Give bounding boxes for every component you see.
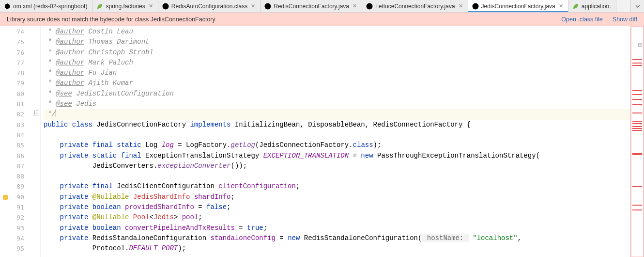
- error-mark[interactable]: [632, 90, 642, 91]
- code-line[interactable]: private RedisStandaloneConfiguration sta…: [44, 233, 630, 243]
- code-line[interactable]: * @author Christoph Strobl: [44, 48, 630, 58]
- code-line[interactable]: [44, 130, 630, 140]
- line-number[interactable]: 80: [0, 89, 34, 99]
- error-mark[interactable]: [632, 130, 642, 131]
- line-number[interactable]: 83: [0, 120, 34, 130]
- tab-label: application.: [582, 3, 611, 10]
- error-mark[interactable]: [632, 123, 642, 124]
- tab-jedisconnectionfactory-java[interactable]: JedisConnectionFactory.java✕: [468, 0, 568, 12]
- error-mark[interactable]: [632, 112, 642, 113]
- code-line[interactable]: Protocol.DEFAULT_PORT);: [44, 243, 630, 254]
- code-line[interactable]: * @see JedisClientConfiguration: [44, 89, 630, 99]
- tab-label: RedisAutoConfiguration.class: [171, 3, 247, 10]
- tab-application-[interactable]: application.: [568, 0, 616, 12]
- tabs-overflow[interactable]: [630, 0, 644, 12]
- code-line[interactable]: private static final ExceptionTranslatio…: [44, 151, 630, 161]
- line-number[interactable]: 90: [0, 192, 34, 202]
- line-number[interactable]: 79: [0, 78, 34, 88]
- error-mark[interactable]: [632, 186, 642, 187]
- tab-label: spring.factories: [106, 3, 145, 10]
- error-mark[interactable]: [632, 99, 642, 100]
- code-line[interactable]: private @Nullable Pool<Jedis> pool;: [44, 212, 630, 223]
- code-line[interactable]: JedisConverters.exceptionConverter());: [44, 161, 630, 171]
- line-number[interactable]: 93: [0, 223, 34, 233]
- gutter-warning-icon[interactable]: [3, 195, 8, 200]
- error-stripe[interactable]: [630, 26, 644, 257]
- code-line[interactable]: * @author Mark Paluch: [44, 58, 630, 68]
- tab-redisautoconfiguration-class[interactable]: RedisAutoConfiguration.class✕: [158, 0, 261, 12]
- code-line[interactable]: private final static Log log = LogFactor…: [44, 140, 630, 150]
- open-class-link[interactable]: Open .class file: [561, 16, 602, 23]
- close-tab-icon[interactable]: ✕: [149, 3, 153, 9]
- tab-label: LettuceConnectionFactory.java: [375, 3, 455, 10]
- line-number[interactable]: 85: [0, 140, 34, 150]
- code-line[interactable]: private boolean convertPipelineAndTxResu…: [44, 223, 630, 233]
- line-number[interactable]: 84: [0, 130, 34, 140]
- code-line[interactable]: */: [44, 109, 630, 119]
- error-mark[interactable]: [632, 59, 642, 60]
- error-mark[interactable]: [632, 104, 642, 105]
- line-number[interactable]: 88: [0, 171, 34, 181]
- error-mark[interactable]: [632, 65, 642, 66]
- line-number[interactable]: 82: [0, 109, 34, 119]
- class-icon: [162, 3, 169, 10]
- error-mark[interactable]: [632, 154, 642, 155]
- close-tab-icon[interactable]: ✕: [459, 3, 463, 9]
- error-mark[interactable]: [632, 205, 642, 206]
- interface-icon: [264, 3, 271, 10]
- line-number[interactable]: 95: [0, 243, 34, 254]
- overview-mark[interactable]: [638, 43, 642, 47]
- close-tab-icon[interactable]: ✕: [353, 3, 357, 9]
- tab-om-xml-redis-02-springboot-[interactable]: om.xml (redis-02-springboot): [0, 0, 92, 12]
- code-line[interactable]: * @see Jedis: [44, 99, 630, 109]
- code-line[interactable]: public class JedisConnectionFactory impl…: [44, 120, 630, 130]
- line-number[interactable]: 78: [0, 68, 34, 78]
- line-number[interactable]: 75: [0, 37, 34, 47]
- editor-tabs: om.xml (redis-02-springboot)spring.facto…: [0, 0, 644, 13]
- warning-banner: Library source does not match the byteco…: [0, 13, 644, 26]
- code-line[interactable]: * @author Fu Jian: [44, 68, 630, 78]
- error-mark[interactable]: [632, 121, 642, 122]
- line-number[interactable]: 76: [0, 48, 34, 58]
- tab-label: JedisConnectionFactory.java: [481, 3, 555, 10]
- code-editor[interactable]: * @author Costin Leau * @author Thomas D…: [34, 26, 630, 257]
- tab-redisconnectionfactory-java[interactable]: RedisConnectionFactory.java✕: [261, 0, 362, 12]
- close-tab-icon[interactable]: ✕: [251, 3, 255, 9]
- line-gutter: 7475767778798081828384858687888990919293…: [0, 26, 34, 257]
- tab-label: RedisConnectionFactory.java: [274, 3, 349, 10]
- line-number[interactable]: 86: [0, 151, 34, 161]
- line-number[interactable]: 74: [0, 27, 34, 37]
- tab-label: om.xml (redis-02-springboot): [13, 3, 87, 10]
- code-line[interactable]: private final JedisClientConfiguration c…: [44, 181, 630, 192]
- code-line[interactable]: private boolean providedShardInfo = fals…: [44, 202, 630, 212]
- error-mark[interactable]: [632, 128, 642, 129]
- line-number[interactable]: 87: [0, 161, 34, 171]
- line-number[interactable]: 94: [0, 233, 34, 243]
- line-number[interactable]: 92: [0, 212, 34, 223]
- code-line[interactable]: * @author Ajith Kumar: [44, 78, 630, 88]
- code-line[interactable]: private @Nullable JedisShardInfo shardIn…: [44, 192, 630, 202]
- close-tab-icon[interactable]: ✕: [559, 3, 563, 9]
- chevron-down-icon: [635, 4, 640, 9]
- xml-icon: [4, 3, 11, 10]
- class-icon: [366, 3, 373, 10]
- tab-spring-factories[interactable]: spring.factories✕: [92, 0, 158, 12]
- code-line[interactable]: * @author Costin Leau: [44, 27, 630, 37]
- spring-icon: [572, 3, 579, 10]
- error-mark[interactable]: [632, 94, 642, 95]
- line-number[interactable]: 91: [0, 202, 34, 212]
- error-mark[interactable]: [632, 209, 642, 210]
- error-mark[interactable]: [632, 63, 642, 64]
- error-mark[interactable]: [632, 126, 642, 127]
- spring-icon: [96, 3, 103, 10]
- line-number[interactable]: 81: [0, 99, 34, 109]
- warning-text: Library source does not match the byteco…: [7, 16, 215, 23]
- code-line[interactable]: * @author Thomas Darimont: [44, 37, 630, 47]
- line-number[interactable]: 89: [0, 181, 34, 192]
- class-icon: [472, 3, 479, 10]
- show-diff-link[interactable]: Show diff: [613, 16, 637, 23]
- editor-area: 7475767778798081828384858687888990919293…: [0, 26, 630, 257]
- code-line[interactable]: [44, 171, 630, 181]
- line-number[interactable]: 77: [0, 58, 34, 68]
- tab-lettuceconnectionfactory-java[interactable]: LettuceConnectionFactory.java✕: [362, 0, 468, 12]
